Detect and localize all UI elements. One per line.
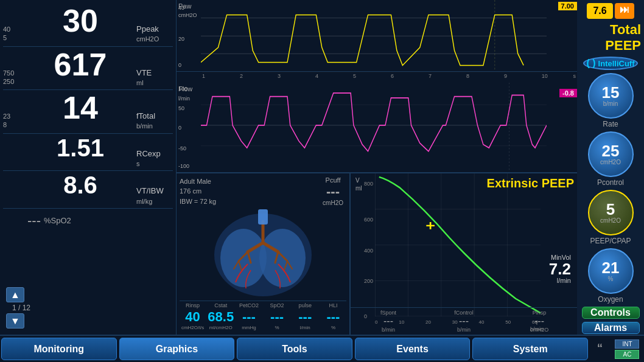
vtibw-value: 8.6 — [24, 173, 136, 197]
center-panel: Paw cmH2O 40 20 0 — [177, 0, 577, 335]
paw-y-max: 40 — [178, 5, 184, 11]
left-panel: 40 5 30 Ppeak cmH2O 750 250 617 VTE ml — [0, 0, 177, 335]
ac-badge: AC — [615, 350, 639, 359]
controls-button[interactable]: Controls — [582, 307, 640, 319]
charts-area: Paw cmH2O 40 20 0 — [177, 0, 577, 173]
spo2-label: %SpO2 — [44, 216, 71, 225]
pv-y-400: 400 — [364, 248, 373, 254]
pv-y-200: 200 — [364, 278, 373, 284]
alarms-button[interactable]: Alarms — [582, 322, 640, 334]
ftotal-unit: fTotal b/min — [136, 111, 173, 131]
oxygen-knob-group: 21 % Oxygen — [588, 248, 634, 304]
paw-y-mid: 20 — [178, 36, 184, 42]
nav-arrows: ▲ 1 / 12 ▼ — [3, 284, 173, 332]
top-badges: 7.6 ⏭ — [580, 3, 641, 19]
ppeak-unit: Ppeak cmH2O — [136, 24, 173, 44]
paw-chart: Paw cmH2O 40 20 0 — [177, 0, 577, 72]
nav-down-button[interactable]: ▼ — [6, 313, 24, 329]
svg-rect-12 — [258, 209, 268, 225]
flow-y-min: -100 — [178, 163, 189, 169]
nav-page-label: 1 / 12 — [6, 304, 37, 312]
lung-illustration — [180, 209, 346, 301]
vte-value: 617 — [24, 49, 136, 80]
ftotal-range: 23 8 — [3, 112, 24, 130]
pv-y-label: Vml — [355, 176, 362, 192]
fspont-item: fSpont --- b/min — [351, 310, 426, 333]
hold-button[interactable]: ⏭ — [615, 3, 634, 19]
metric-hli: HLI --- % — [320, 302, 346, 330]
paw-value-badge: 7.00 — [558, 2, 577, 10]
bottom-nav: Monitoring Graphics Tools Events System … — [0, 335, 644, 362]
vital-row-vtibw: 8.6 VT/IBW ml/kg — [3, 171, 173, 209]
vital-row-ppeak: 40 5 30 Ppeak cmH2O — [3, 3, 173, 47]
flow-y-50: 50 — [178, 105, 184, 111]
peep-cpap-knob[interactable]: 5 cmH2O — [588, 190, 634, 235]
oxygen-knob[interactable]: 21 % — [588, 248, 634, 294]
rate-knob-group: 15 b/min Rate — [588, 73, 634, 128]
peep-total-badge: 7.6 — [587, 3, 612, 19]
pv-y-600: 600 — [364, 217, 373, 223]
spont-row: fSpont --- b/min fControl --- b/min Pins… — [351, 307, 577, 335]
vital-row-ftotal: 23 8 14 fTotal b/min — [3, 90, 173, 134]
vte-range: 750 250 — [3, 69, 24, 86]
total-peep-label: Total PEEP — [580, 22, 641, 54]
flow-value-badge: -0.8 — [559, 89, 577, 97]
pcontrol-knob-group: 25 cmH2O Pcontrol — [588, 131, 634, 187]
lung-svg — [208, 209, 318, 301]
vte-unit: VTE ml — [136, 68, 173, 88]
metric-spo2: SpO2 --- % — [264, 302, 290, 330]
patient-panel: Adult Male 176 cm IBW = 72 kg Pcuff --- … — [177, 173, 350, 335]
nav-tab-system[interactable]: System — [472, 338, 588, 360]
pv-y-800: 800 — [364, 181, 373, 187]
peep-cpap-knob-group: 5 cmH2O PEEP/CPAP — [588, 190, 634, 245]
vtibw-unit: VT/IBW ml/kg — [136, 186, 173, 206]
metric-rinsp: Rinsp 40 cmH2O/l/s — [180, 302, 206, 330]
vital-row-rcexp: 1.51 RCexp s — [3, 134, 173, 172]
quote-icon: “ — [589, 336, 611, 362]
nav-up-button[interactable]: ▲ — [6, 287, 24, 302]
nav-tab-monitoring[interactable]: Monitoring — [1, 338, 117, 360]
ppeak-value: 30 — [24, 5, 136, 37]
pcuff-section: Pcuff --- cmH2O — [323, 176, 343, 206]
lower-area: Adult Male 176 cm IBW = 72 kg Pcuff --- … — [177, 173, 577, 335]
patient-info: Adult Male 176 cm IBW = 72 kg — [180, 176, 346, 207]
flow-y-neg50: -50 — [178, 145, 186, 151]
pinsp-item: Pinsp --- cmH2O — [502, 310, 577, 333]
pv-panel: Vml 800 600 400 200 0 Extrinsic PEEP Min… — [350, 173, 577, 335]
nav-tab-events[interactable]: Events — [355, 338, 471, 360]
rcexp-value: 1.51 — [24, 136, 136, 160]
spo2-row: --- %SpO2 — [3, 209, 173, 233]
nav-tab-tools[interactable]: Tools — [237, 338, 352, 360]
right-panel: 7.6 ⏭ Total PEEP ( ) IntelliCuff 15 b/mi… — [577, 0, 644, 335]
pcontrol-knob[interactable]: 25 cmH2O — [588, 131, 634, 177]
metric-cstat: Cstat 68.5 ml/cmH2O — [208, 302, 234, 330]
time-unit: s — [573, 73, 576, 79]
flow-chart: Flow l/min 100 50 0 -50 -100 — [177, 83, 577, 173]
bottom-metrics: Rinsp 40 cmH2O/l/s Cstat 68.5 ml/cmH2O P… — [180, 301, 346, 332]
rcexp-unit: RCexp s — [136, 148, 173, 169]
spo2-value: --- — [27, 213, 41, 229]
int-badge: INT — [615, 339, 639, 349]
metric-pulse: pulse --- l/min — [292, 302, 318, 330]
paw-y-min: 0 — [178, 62, 181, 68]
ftotal-value: 14 — [24, 92, 136, 124]
main-container: 40 5 30 Ppeak cmH2O 750 250 617 VTE ml — [0, 0, 644, 335]
fcontrol-item: fControl --- b/min — [426, 310, 502, 333]
flow-y-0: 0 — [178, 125, 181, 131]
rate-knob[interactable]: 15 b/min — [588, 73, 634, 119]
flow-y-max: 100 — [178, 86, 187, 92]
flow-waveform — [201, 83, 547, 172]
minvol-section: MinVol 7.2 l/min — [549, 254, 571, 284]
nav-tab-graphics[interactable]: Graphics — [119, 338, 235, 360]
pv-curve-svg — [375, 173, 541, 316]
time-ticks: 1 2 3 4 5 6 7 8 9 10 — [202, 73, 548, 79]
time-axis: 1 2 3 4 5 6 7 8 9 10 s — [177, 72, 577, 83]
vital-row-vte: 750 250 617 VTE ml — [3, 47, 173, 91]
int-ac-section: INT AC — [611, 336, 644, 362]
ppeak-range: 40 5 — [3, 25, 24, 43]
paw-waveform — [201, 0, 547, 71]
metric-petco2: PetCO2 --- mmHg — [236, 302, 262, 330]
intelli-cuff-button[interactable]: ( ) IntelliCuff — [583, 57, 638, 70]
svg-point-11 — [259, 229, 306, 287]
